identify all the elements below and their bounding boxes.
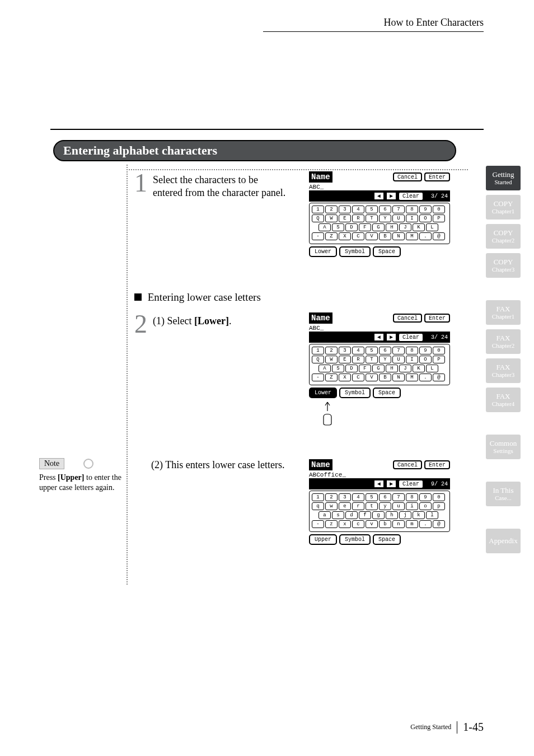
key[interactable]: - — [312, 232, 324, 240]
key[interactable]: K — [413, 365, 425, 372]
key[interactable]: - — [312, 520, 324, 528]
symbol-button[interactable]: Symbol — [339, 534, 371, 545]
key[interactable]: O — [419, 356, 432, 363]
key[interactable]: Q — [312, 214, 324, 222]
key[interactable]: G — [372, 223, 385, 231]
key[interactable]: L — [426, 223, 438, 231]
section-tab[interactable]: FAXChapter2 — [486, 329, 521, 354]
key[interactable]: x — [339, 520, 351, 528]
key[interactable]: @ — [433, 232, 445, 240]
key[interactable]: 7 — [392, 493, 405, 501]
space-button[interactable]: Space — [373, 246, 401, 257]
key[interactable]: @ — [433, 374, 445, 381]
space-button[interactable]: Space — [373, 534, 401, 545]
enter-button[interactable]: Enter — [424, 172, 450, 181]
key[interactable]: X — [339, 232, 351, 240]
key[interactable]: r — [352, 502, 364, 510]
key[interactable]: F — [359, 223, 371, 231]
key[interactable]: . — [419, 520, 432, 528]
key[interactable]: 0 — [433, 493, 445, 501]
key[interactable]: W — [325, 214, 338, 222]
key[interactable]: j — [399, 511, 411, 519]
key[interactable]: M — [406, 232, 418, 240]
key[interactable]: 3 — [339, 493, 351, 501]
key[interactable]: 4 — [352, 493, 364, 501]
key[interactable]: i — [406, 502, 418, 510]
key[interactable]: w — [325, 502, 338, 510]
key[interactable]: X — [339, 374, 351, 381]
key[interactable]: Z — [325, 374, 338, 381]
key[interactable]: S — [332, 365, 344, 372]
key[interactable]: 2 — [325, 347, 338, 354]
key[interactable]: - — [312, 374, 324, 381]
upper-button[interactable]: Upper — [309, 534, 337, 545]
key[interactable]: T — [366, 356, 378, 363]
section-tab[interactable]: COPYChapter1 — [486, 195, 521, 220]
key[interactable]: s — [332, 511, 344, 519]
space-button[interactable]: Space — [373, 388, 401, 398]
key[interactable]: R — [352, 356, 364, 363]
symbol-button[interactable]: Symbol — [339, 246, 371, 257]
section-tab[interactable]: FAXChapter1 — [486, 300, 521, 325]
key[interactable]: 1 — [312, 347, 324, 354]
key[interactable]: 9 — [419, 347, 432, 354]
key[interactable]: e — [339, 502, 351, 510]
key[interactable]: 2 — [325, 206, 338, 213]
key[interactable]: 1 — [312, 206, 324, 213]
key[interactable]: 8 — [406, 206, 418, 213]
key[interactable]: N — [392, 232, 405, 240]
section-tab[interactable]: CommonSettings — [486, 435, 521, 459]
key[interactable]: Y — [379, 356, 391, 363]
key[interactable]: T — [366, 214, 378, 222]
lower-button[interactable]: Lower — [309, 388, 337, 398]
key[interactable]: U — [392, 214, 405, 222]
clear-button[interactable]: Clear — [399, 480, 423, 488]
clear-button[interactable]: Clear — [399, 333, 423, 342]
key[interactable]: E — [339, 356, 351, 363]
key[interactable]: B — [379, 232, 391, 240]
lower-button[interactable]: Lower — [309, 246, 337, 257]
nav-left-icon[interactable]: ◄ — [374, 192, 384, 200]
key[interactable]: 3 — [339, 347, 351, 354]
key[interactable]: z — [325, 520, 338, 528]
key[interactable]: J — [399, 223, 411, 231]
key[interactable]: P — [433, 214, 445, 222]
key[interactable]: v — [366, 520, 378, 528]
key[interactable]: n — [392, 520, 405, 528]
key[interactable]: E — [339, 214, 351, 222]
key[interactable]: 5 — [366, 206, 378, 213]
key[interactable]: R — [352, 214, 364, 222]
key[interactable]: 6 — [379, 347, 391, 354]
key[interactable]: u — [392, 502, 405, 510]
section-tab[interactable]: In ThisCase... — [486, 482, 521, 506]
section-tab[interactable]: COPYChapter2 — [486, 224, 521, 249]
key[interactable]: y — [379, 502, 391, 510]
section-tab[interactable]: Appendix — [486, 529, 521, 553]
key[interactable]: 9 — [419, 206, 432, 213]
key[interactable]: g — [372, 511, 385, 519]
key[interactable]: k — [413, 511, 425, 519]
key[interactable]: 7 — [392, 206, 405, 213]
section-tab[interactable]: COPYChapter3 — [486, 253, 521, 278]
key[interactable]: V — [366, 232, 378, 240]
key[interactable]: N — [392, 374, 405, 381]
cancel-button[interactable]: Cancel — [393, 460, 422, 469]
key[interactable]: 0 — [433, 206, 445, 213]
key[interactable]: Q — [312, 356, 324, 363]
key[interactable]: U — [392, 356, 405, 363]
key[interactable]: B — [379, 374, 391, 381]
key[interactable]: D — [345, 365, 358, 372]
key[interactable]: 4 — [352, 347, 364, 354]
key[interactable]: t — [366, 502, 378, 510]
key[interactable]: 6 — [379, 493, 391, 501]
key[interactable]: S — [332, 223, 344, 231]
key[interactable]: V — [366, 374, 378, 381]
key[interactable]: C — [352, 232, 364, 240]
cancel-button[interactable]: Cancel — [393, 172, 422, 181]
section-tab[interactable]: GettingStarted — [486, 166, 521, 190]
key[interactable]: h — [386, 511, 398, 519]
key[interactable]: 1 — [312, 493, 324, 501]
nav-right-icon[interactable]: ► — [386, 192, 396, 200]
key[interactable]: 8 — [406, 493, 418, 501]
key[interactable]: F — [359, 365, 371, 372]
